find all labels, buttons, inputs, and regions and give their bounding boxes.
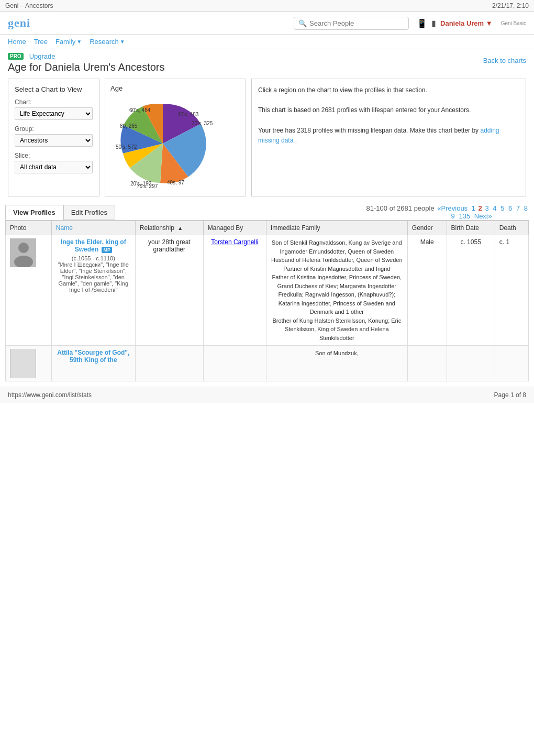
col-death: Death xyxy=(495,221,528,235)
next-link[interactable]: Next» xyxy=(474,212,492,220)
nav-family-label[interactable]: Family xyxy=(55,38,75,46)
info-line2: This chart is based on 2681 profiles wit… xyxy=(258,105,519,115)
search-icon: 🔍 xyxy=(298,19,307,27)
footer-url: https://www.geni.com/list/stats xyxy=(8,391,92,399)
nav-research[interactable]: Research ▼ xyxy=(90,38,125,46)
pro-badge: PRO xyxy=(8,53,24,60)
search-bar[interactable]: 🔍 xyxy=(294,17,409,30)
birth-date-cell: c. 1055 xyxy=(447,235,495,346)
count-info: 81-100 of 2681 people xyxy=(366,204,435,212)
slice-select[interactable]: All chart data xyxy=(15,161,93,173)
col-relationship[interactable]: Relationship ▲ xyxy=(135,221,203,235)
chart-form-group: Chart: Life Expectancy xyxy=(15,98,93,120)
page-135-link[interactable]: 135 xyxy=(459,212,470,220)
table-row: Inge the Elder, king of Sweden MP (c.105… xyxy=(6,235,529,346)
nav-research-label[interactable]: Research xyxy=(90,38,119,46)
user-name[interactable]: Daniela Urem ▼ xyxy=(440,19,493,27)
immediate-family-cell: Son of Stenkil Ragnvaldsson, Kung av Sve… xyxy=(266,235,407,346)
footer-page: Page 1 of 8 xyxy=(494,391,526,399)
immediate-family-cell-2: Son of Mundzuk, xyxy=(266,346,407,381)
timestamp: 2/21/17, 2:10 xyxy=(492,2,529,9)
logo[interactable]: geni xyxy=(8,16,30,30)
photo-cell xyxy=(6,235,52,346)
page-7-link[interactable]: 7 xyxy=(516,204,520,212)
search-input[interactable] xyxy=(309,19,404,27)
relationship-sort-icon: ▲ xyxy=(177,225,183,231)
person-name-alts: (c.1055 - c.1110) "Инге I Шведски", "Ing… xyxy=(56,255,131,293)
label-40s: 40's, 483 xyxy=(177,112,199,117)
person-photo-2 xyxy=(10,349,36,378)
photo-placeholder-icon-2 xyxy=(10,349,36,378)
person-photo xyxy=(10,238,36,267)
col-managed-by: Managed By xyxy=(203,221,266,235)
page-1-link[interactable]: 1 xyxy=(472,204,475,212)
relationship-cell: your 28th great grandfather xyxy=(135,235,203,346)
nav-tree[interactable]: Tree xyxy=(34,38,48,46)
label-40s2: 40s, 97 xyxy=(167,180,184,185)
pie-container: 30's, 325 40's, 483 20's, 192 50's, 572 … xyxy=(110,96,226,191)
page-title-row: PRO Upgrade Age for Daniela Urem's Ances… xyxy=(0,49,534,79)
managed-by-cell: Torsten Cargnelli xyxy=(203,235,266,346)
back-to-charts-link[interactable]: Back to charts xyxy=(483,57,526,64)
death-cell-2 xyxy=(495,346,528,381)
table-row: Attila "Scourge of God", 59th King of th… xyxy=(6,346,529,381)
settings-icon[interactable]: ▮ xyxy=(431,18,436,28)
page-4-link[interactable]: 4 xyxy=(493,204,496,212)
research-chevron-icon: ▼ xyxy=(120,39,125,45)
page-9-link[interactable]: 9 xyxy=(451,212,455,220)
col-gender: Gender xyxy=(407,221,447,235)
svg-point-1 xyxy=(18,243,29,253)
profiles-section: View Profiles Edit Profiles 81-100 of 26… xyxy=(0,204,534,381)
managed-by-link[interactable]: Torsten Cargnelli xyxy=(211,238,258,246)
person-name-link-2[interactable]: Attila "Scourge of God", 59th King of th… xyxy=(57,349,129,364)
page-3-link[interactable]: 3 xyxy=(485,204,488,212)
name-cell: Inge the Elder, king of Sweden MP (c.105… xyxy=(51,235,135,346)
window-title: Geni – Ancestors xyxy=(5,2,53,9)
pie-chart-svg[interactable]: 30's, 325 40's, 483 20's, 192 50's, 572 … xyxy=(110,96,215,188)
page-6-link[interactable]: 6 xyxy=(508,204,512,212)
name-cell-2: Attila "Scourge of God", 59th King of th… xyxy=(51,346,135,381)
info-line3: Your tree has 2318 profiles with missing… xyxy=(258,126,519,146)
gender-cell: Male xyxy=(407,235,447,346)
svg-rect-3 xyxy=(10,349,36,378)
edit-profiles-tab[interactable]: Edit Profiles xyxy=(63,205,115,220)
footer: https://www.geni.com/list/stats Page 1 o… xyxy=(0,387,534,403)
col-birth-date: Birth Date xyxy=(447,221,495,235)
label-70s: 70's, 297 xyxy=(137,183,158,188)
page-8-link[interactable]: 8 xyxy=(524,204,528,212)
label-60s: 60's, 484 xyxy=(129,107,151,113)
gender-cell-2 xyxy=(407,346,447,381)
title-with-badge: PRO Upgrade Age for Daniela Urem's Ances… xyxy=(8,52,165,73)
logo-text: geni xyxy=(8,16,30,29)
relationship-cell-2 xyxy=(135,346,203,381)
active-page-2[interactable]: 2 xyxy=(479,204,482,212)
header: geni 🔍 📱 ▮ Daniela Urem ▼ Geni Basic xyxy=(0,12,534,35)
prev-link[interactable]: «Previous xyxy=(437,204,468,212)
group-form-group: Group: Ancestors xyxy=(15,125,93,147)
nav-home[interactable]: Home xyxy=(8,38,26,46)
col-name: Name xyxy=(51,221,135,235)
chart-select[interactable]: Life Expectancy xyxy=(15,107,93,120)
view-profiles-tab[interactable]: View Profiles xyxy=(5,205,63,220)
chart-section: Select a Chart to View Chart: Life Expec… xyxy=(0,79,534,204)
col-photo: Photo xyxy=(6,221,52,235)
upgrade-link[interactable]: Upgrade xyxy=(29,52,55,60)
nav-bar: Home Tree Family ▼ Research ▼ xyxy=(0,35,534,49)
label-30s: 30's, 325 xyxy=(192,120,213,126)
select-chart-panel: Select a Chart to View Chart: Life Expec… xyxy=(8,79,99,196)
group-select[interactable]: Ancestors xyxy=(15,134,93,147)
notification-icon[interactable]: 📱 xyxy=(417,18,427,28)
info-line1: Click a region on the chart to view the … xyxy=(258,85,519,95)
info-panel: Click a region on the chart to view the … xyxy=(251,79,526,196)
select-chart-title: Select a Chart to View xyxy=(15,85,93,93)
person-name-link[interactable]: Inge the Elder, king of Sweden MP xyxy=(61,238,126,253)
mp-badge: MP xyxy=(102,247,112,253)
relationship-text: your 28th great grandfather xyxy=(148,238,191,253)
death-cell: c. 1 xyxy=(495,235,528,346)
group-label: Group: xyxy=(15,125,93,133)
page-5-link[interactable]: 5 xyxy=(500,204,504,212)
chart-label: Chart: xyxy=(15,98,93,106)
table-header-row: Photo Name Relationship ▲ Managed By Imm… xyxy=(6,221,529,235)
label-80: 80, 265 xyxy=(120,123,138,129)
nav-family[interactable]: Family ▼ xyxy=(55,38,82,46)
